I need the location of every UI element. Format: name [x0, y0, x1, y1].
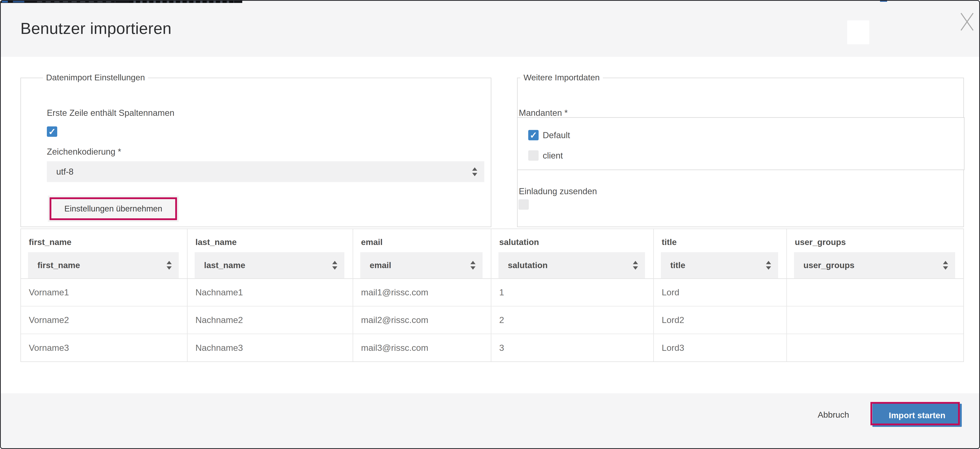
invitation-checkbox[interactable] [519, 199, 529, 210]
column-mapping-select[interactable]: email [360, 252, 482, 278]
select-stepper-icon [633, 261, 638, 270]
check-icon: ✓ [530, 131, 537, 140]
page-title: Benutzer importieren [21, 19, 172, 38]
table-cell: 3 [492, 334, 654, 361]
table-cell: Vorname2 [21, 307, 188, 334]
table-cell: Lord2 [654, 307, 787, 334]
table-cell: Lord3 [654, 334, 787, 361]
encoding-label: Zeichenkodierung * [47, 147, 121, 157]
table-header-cell: salutation salutation [492, 229, 654, 278]
column-mapping-value: email [370, 261, 391, 270]
select-stepper-icon [470, 261, 476, 270]
table-cell: Nachname2 [188, 307, 353, 334]
column-name: user_groups [795, 237, 846, 247]
encoding-select-value: utf-8 [56, 167, 73, 177]
table-cell: Vorname3 [21, 334, 188, 361]
start-import-label: Import starten [889, 411, 945, 420]
apply-settings-button[interactable]: Einstellungen übernehmen [49, 197, 177, 220]
table-cell: Lord [654, 279, 787, 306]
column-mapping-value: title [670, 261, 685, 270]
select-stepper-icon [332, 261, 337, 270]
screenshot-frame: Benutzer importieren Datenimport Einstel… [0, 0, 980, 449]
cancel-button[interactable]: Abbruch [810, 410, 857, 422]
column-name: last_name [196, 237, 237, 247]
table-cell: 2 [492, 307, 654, 334]
column-name: title [662, 237, 676, 247]
mandant-default-checkbox[interactable]: ✓ [528, 130, 539, 140]
header-placeholder-box [847, 21, 869, 44]
encoding-select[interactable]: utf-8 [47, 161, 484, 182]
column-mapping-value: first_name [37, 261, 80, 270]
apply-settings-label: Einstellungen übernehmen [64, 204, 162, 213]
column-mapping-value: last_name [204, 261, 245, 270]
select-stepper-icon [167, 261, 172, 270]
table-row: Vorname2 Nachname2 mail2@rissc.com 2 Lor… [21, 307, 963, 334]
column-name: email [361, 237, 383, 247]
table-cell [787, 279, 963, 306]
mandanten-options-box: ✓ Default client [517, 117, 964, 170]
close-icon [960, 12, 974, 31]
strip-decoration [13, 1, 24, 3]
mandant-client-label: client [543, 150, 563, 161]
invitation-label: Einladung zusenden [519, 186, 597, 196]
column-mapping-value: user_groups [803, 261, 854, 270]
table-header-cell: email email [353, 229, 492, 278]
column-mapping-select[interactable]: title [661, 252, 778, 278]
fieldset-legend: Weitere Importdaten [520, 73, 603, 82]
table-header-cell: last_name last_name [188, 229, 353, 278]
background-page-strip [1, 1, 242, 3]
column-mapping-select[interactable]: salutation [498, 252, 645, 278]
table-cell: Vorname1 [21, 279, 188, 306]
strip-decoration [2, 1, 8, 3]
first-row-label: Erste Zeile enthält Spaltennamen [47, 108, 175, 118]
mandant-default-label: Default [543, 130, 570, 140]
table-cell: 1 [492, 279, 654, 306]
additional-import-data-fieldset: Weitere Importdaten Mandanten * ✓ Defaul… [517, 78, 964, 227]
close-button[interactable] [957, 9, 977, 35]
table-cell: mail2@rissc.com [353, 307, 492, 334]
column-name: salutation [499, 237, 539, 247]
table-row: Vorname1 Nachname1 mail1@rissc.com 1 Lor… [21, 279, 963, 307]
select-stepper-icon [766, 261, 771, 270]
strip-decoration [37, 1, 115, 2]
table-header-cell: user_groups user_groups [787, 229, 963, 278]
strip-decoration [129, 1, 234, 3]
table-cell: Nachname1 [188, 279, 353, 306]
column-mapping-select[interactable]: user_groups [794, 252, 955, 278]
table-header-cell: first_name first_name [21, 229, 188, 278]
check-icon: ✓ [48, 127, 56, 136]
table-cell [787, 334, 963, 361]
strip-decoration [880, 1, 887, 2]
table-row: Vorname3 Nachname3 mail3@rissc.com 3 Lor… [21, 334, 963, 361]
table-cell [787, 307, 963, 334]
table-cell: Nachname3 [188, 334, 353, 361]
table-cell: mail1@rissc.com [353, 279, 492, 306]
column-name: first_name [29, 237, 72, 247]
data-import-settings-fieldset: Datenimport Einstellungen Erste Zeile en… [21, 78, 492, 227]
fieldset-legend: Datenimport Einstellungen [43, 73, 148, 82]
table-header-row: first_name first_name last_name last_nam… [21, 229, 963, 279]
column-mapping-select[interactable]: last_name [195, 252, 344, 278]
first-row-checkbox[interactable]: ✓ [47, 126, 57, 137]
mandant-client-checkbox[interactable] [528, 150, 539, 161]
mandanten-label: Mandanten * [519, 108, 568, 118]
modal-header: Benutzer importieren [1, 1, 980, 57]
table-cell: mail3@rissc.com [353, 334, 492, 361]
column-mapping-value: salutation [508, 261, 547, 270]
start-import-button[interactable]: Import starten [872, 404, 962, 427]
import-preview-table: first_name first_name last_name last_nam… [21, 229, 964, 362]
column-mapping-select[interactable]: first_name [28, 252, 179, 278]
select-stepper-icon [943, 261, 948, 270]
select-stepper-icon [472, 167, 477, 176]
table-header-cell: title title [654, 229, 787, 278]
